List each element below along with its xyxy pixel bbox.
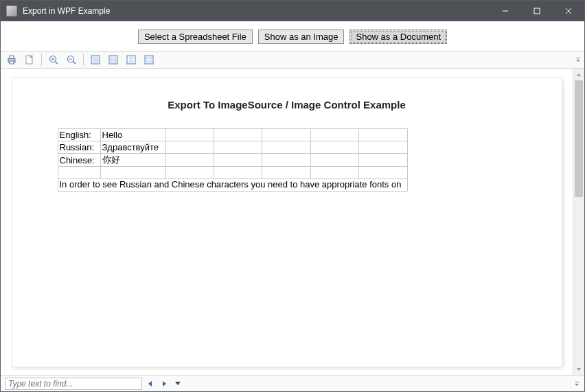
svg-rect-16 <box>93 57 99 63</box>
svg-rect-29 <box>575 382 579 382</box>
cell-empty <box>214 154 262 167</box>
search-input[interactable] <box>5 378 142 390</box>
svg-rect-28 <box>576 58 580 58</box>
toolbar-overflow-button[interactable] <box>575 52 582 67</box>
table-row: Chinese: 你好 <box>58 154 407 167</box>
print-icon <box>6 54 17 65</box>
cell-empty <box>262 129 310 141</box>
svg-rect-27 <box>150 60 152 63</box>
cell-label: English: <box>58 129 100 141</box>
print-button[interactable] <box>3 52 20 67</box>
layout-continuous-icon <box>126 54 137 65</box>
layout-facing-icon <box>108 54 119 65</box>
layout-single-button[interactable] <box>87 52 104 67</box>
layout-book-icon <box>144 54 154 65</box>
zoom-in-button[interactable] <box>45 52 62 67</box>
svg-rect-25 <box>150 57 152 60</box>
app-icon <box>6 5 17 16</box>
cell-empty <box>359 141 407 154</box>
cell-empty <box>310 129 358 141</box>
viewer-toolbar <box>1 51 584 69</box>
minimize-icon <box>502 8 509 14</box>
zoom-out-button[interactable] <box>63 52 80 67</box>
table-row: In order to see Russian and Chinese char… <box>58 179 407 192</box>
close-icon <box>565 8 572 14</box>
page-title: Export To ImageSource / Image Control Ex… <box>58 99 516 111</box>
zoom-in-icon <box>48 54 59 65</box>
cell-empty <box>165 141 214 154</box>
find-bar <box>1 375 584 391</box>
cell-empty <box>165 129 214 141</box>
table-row: English: Hello <box>58 129 407 141</box>
zoom-out-icon <box>66 54 77 65</box>
cell-value: Hello <box>100 129 165 141</box>
cell-empty <box>214 167 262 179</box>
close-button[interactable] <box>553 1 584 21</box>
svg-rect-22 <box>129 60 133 63</box>
find-prev-button[interactable] <box>145 378 156 389</box>
document-page: Export To ImageSource / Image Control Ex… <box>12 78 562 367</box>
show-as-document-button[interactable]: Show as a Document <box>349 30 447 44</box>
cell-label: Chinese: <box>58 154 100 167</box>
svg-line-9 <box>56 62 58 65</box>
svg-rect-6 <box>10 61 14 64</box>
triangle-left-icon <box>148 381 153 387</box>
cell-empty <box>310 154 358 167</box>
maximize-icon <box>534 8 540 14</box>
cell-note: In order to see Russian and Chinese char… <box>58 179 407 192</box>
cell-empty <box>310 141 358 154</box>
find-options-button[interactable] <box>172 378 183 389</box>
show-as-image-button[interactable]: Show as an Image <box>258 30 345 44</box>
findbar-overflow-button[interactable] <box>573 376 580 391</box>
window-title: Export in WPF Example <box>23 6 490 16</box>
layout-book-button[interactable] <box>141 52 157 67</box>
cell-empty <box>214 129 262 141</box>
action-button-row: Select a Spreadsheet File Show as an Ima… <box>1 21 584 51</box>
vertical-scrollbar[interactable] <box>573 69 584 375</box>
separator <box>83 54 84 66</box>
layout-single-icon <box>90 54 101 65</box>
cell-empty <box>359 167 407 179</box>
cell-empty <box>58 167 100 179</box>
scroll-down-button[interactable] <box>573 363 584 375</box>
scroll-track[interactable] <box>573 80 584 363</box>
maximize-button[interactable] <box>521 1 553 21</box>
table-row: Russian: Здравствуйте <box>58 141 407 154</box>
layout-facing-button[interactable] <box>105 52 122 67</box>
layout-continuous-button[interactable] <box>123 52 139 67</box>
svg-rect-1 <box>534 8 540 14</box>
blank-page-button[interactable] <box>21 52 38 67</box>
triangle-right-icon <box>161 381 167 387</box>
cell-empty <box>165 154 214 167</box>
svg-rect-21 <box>129 57 133 60</box>
scroll-thumb[interactable] <box>575 80 583 197</box>
cell-empty <box>262 167 310 179</box>
find-next-button[interactable] <box>159 378 170 389</box>
table-row <box>58 167 407 179</box>
svg-rect-19 <box>114 57 117 63</box>
svg-rect-24 <box>146 57 149 60</box>
cell-empty <box>359 129 407 141</box>
svg-line-13 <box>73 62 76 65</box>
cell-label: Russian: <box>58 141 100 154</box>
cell-empty <box>262 141 310 154</box>
minimize-button[interactable] <box>490 1 521 21</box>
cell-empty <box>165 167 214 179</box>
chevron-down-icon <box>576 367 582 371</box>
select-file-button[interactable]: Select a Spreadsheet File <box>138 30 253 44</box>
separator <box>41 54 42 66</box>
app-window: Export in WPF Example Select a Spreadshe… <box>0 0 585 392</box>
chevron-down-icon <box>575 57 581 62</box>
chevron-down-icon <box>574 381 580 387</box>
svg-rect-18 <box>111 57 113 63</box>
cell-empty <box>100 167 165 179</box>
triangle-down-icon <box>175 382 181 386</box>
svg-rect-26 <box>146 60 149 63</box>
cell-empty <box>214 141 262 154</box>
chevron-up-icon <box>576 73 582 77</box>
cell-empty <box>359 154 407 167</box>
page-icon <box>24 54 35 65</box>
cell-empty <box>310 167 358 179</box>
scroll-up-button[interactable] <box>573 69 584 80</box>
spreadsheet-table: English: Hello Russian: Здравствуйте Chi… <box>58 128 408 192</box>
